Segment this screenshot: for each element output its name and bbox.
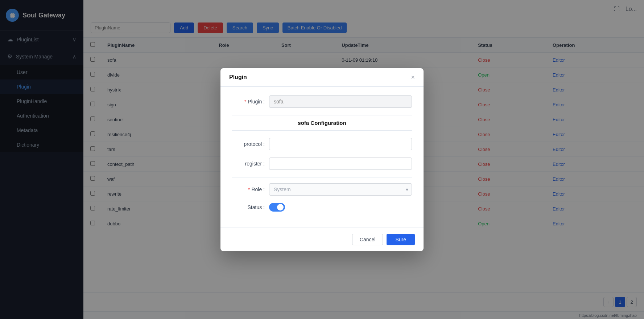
modal-title: Plugin: [229, 74, 247, 81]
required-star-role: *: [248, 187, 250, 192]
role-select-wrapper: System ▾: [269, 183, 412, 196]
register-field-row: register : 127.0.0.1:2181: [232, 158, 412, 170]
role-label: * Role :: [232, 187, 265, 192]
plugin-input[interactable]: [269, 95, 412, 108]
sure-button[interactable]: Sure: [387, 234, 415, 245]
protocol-field-row: protocol : zookeeper: [232, 138, 412, 150]
divider: [232, 177, 412, 177]
modal-body: * Plugin : sofa Configuration protocol :…: [220, 87, 424, 228]
modal-header: Plugin ×: [220, 68, 424, 87]
register-label: register :: [232, 161, 265, 167]
cancel-button[interactable]: Cancel: [352, 234, 383, 245]
protocol-label: protocol :: [232, 141, 265, 147]
role-field-row: * Role : System ▾: [232, 183, 412, 196]
section-title: sofa Configuration: [232, 115, 412, 131]
modal-close-button[interactable]: ×: [411, 74, 415, 81]
toggle-slider: [269, 203, 285, 212]
plugin-modal: Plugin × * Plugin : sofa Configuration p…: [220, 68, 424, 251]
register-input[interactable]: 127.0.0.1:2181: [269, 158, 412, 170]
status-field-row: Status :: [232, 203, 412, 212]
role-select[interactable]: System: [269, 183, 412, 196]
status-label: Status :: [232, 204, 265, 210]
protocol-input[interactable]: zookeeper: [269, 138, 412, 150]
modal-footer: Cancel Sure: [220, 228, 424, 251]
required-star: *: [244, 99, 246, 105]
plugin-field-row: * Plugin :: [232, 95, 412, 108]
status-toggle[interactable]: [269, 203, 285, 212]
plugin-label: * Plugin :: [232, 99, 265, 105]
modal-overlay[interactable]: Plugin × * Plugin : sofa Configuration p…: [0, 0, 644, 319]
